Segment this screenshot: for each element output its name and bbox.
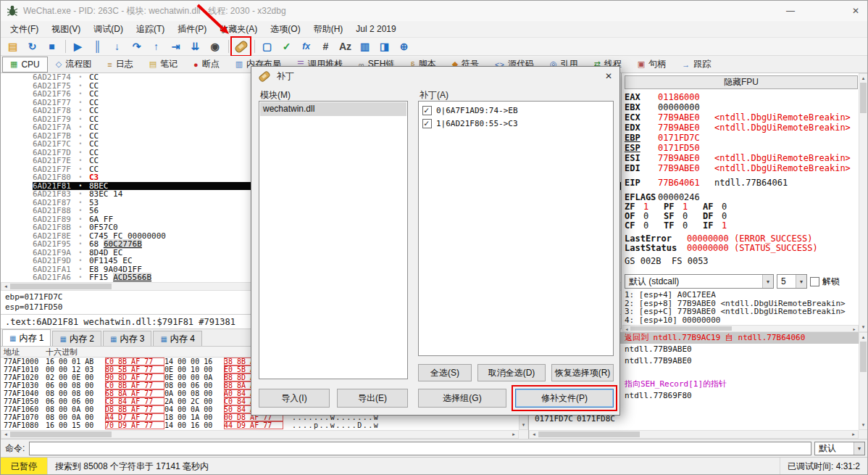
select-group-button[interactable]: 选择组(G)	[418, 389, 506, 408]
stack-vscrollbar[interactable]	[859, 332, 868, 430]
breakpoint-gutter[interactable]	[1, 199, 33, 207]
record-trace-icon[interactable]: ◉	[206, 38, 224, 55]
register-row[interactable]: EDX77B9ABE0<ntdll.DbgUiRemoteBreakin>	[625, 123, 858, 133]
unlock-checkbox[interactable]	[810, 277, 819, 286]
breakpoint-gutter[interactable]	[1, 173, 33, 182]
registers-vscrollbar[interactable]	[859, 73, 868, 332]
scroll-up-icon[interactable]	[859, 333, 867, 342]
breakpoint-gutter[interactable]	[1, 240, 33, 249]
tab-trace[interactable]: →跟踪	[674, 57, 719, 73]
breakpoint-gutter[interactable]	[1, 140, 33, 149]
scroll-thumb[interactable]	[630, 326, 732, 331]
step-out-icon[interactable]: ↑	[147, 38, 165, 55]
close-button[interactable]: ✕	[844, 1, 867, 21]
register-row[interactable]: EIP77B64061ntdll.77B64061	[625, 178, 858, 188]
memory-window-icon[interactable]: ▥	[356, 38, 374, 55]
command-input[interactable]	[29, 442, 811, 455]
tab-handles[interactable]: ▣句柄	[630, 57, 674, 73]
globe-icon[interactable]: ⊕	[395, 38, 413, 55]
patch-icon[interactable]	[232, 38, 250, 55]
export-button[interactable]: 导出(E)	[337, 389, 408, 408]
patch-checkbox[interactable]	[422, 106, 432, 115]
scroll-track[interactable]	[640, 431, 849, 438]
register-row[interactable]: EFLAGS00000246	[625, 192, 858, 202]
dump-row[interactable]: 77AF108016 00 15 0070 D9 AF 7714 00 16 0…	[1, 421, 519, 429]
breakpoint-gutter[interactable]	[1, 132, 33, 141]
tab-breakpoints[interactable]: ●断点	[185, 57, 228, 73]
modules-list[interactable]: wechatwin.dll	[259, 101, 408, 379]
scroll-down-icon[interactable]	[859, 421, 867, 429]
scroll-down-icon[interactable]	[859, 323, 867, 331]
scroll-left-icon[interactable]	[623, 326, 630, 331]
run-icon[interactable]: ▶	[69, 38, 87, 55]
registers-pane[interactable]: EAX01186000EBX00000000ECX77B9ABE0<ntdll.…	[625, 92, 858, 272]
scroll-thumb[interactable]	[860, 342, 867, 372]
breakpoint-gutter[interactable]	[1, 115, 33, 124]
scroll-right-icon[interactable]	[849, 431, 858, 438]
register-row[interactable]: EAX01186000	[625, 92, 858, 102]
scroll-thumb[interactable]	[538, 431, 640, 437]
patch-dialog-titlebar[interactable]: 补丁 ✕	[251, 67, 619, 86]
breakpoint-gutter[interactable]	[1, 99, 33, 107]
check-icon[interactable]: ✓	[277, 38, 296, 55]
breakpoint-gutter[interactable]	[1, 249, 33, 257]
flags-row[interactable]: OF0SF0DF0	[625, 212, 858, 221]
breakpoint-gutter[interactable]	[1, 215, 33, 224]
minimize-button[interactable]: —	[779, 1, 802, 21]
scroll-thumb[interactable]	[10, 431, 112, 437]
scroll-track[interactable]	[112, 431, 509, 438]
register-row[interactable]: ECX77B9ABE0<ntdll.DbgUiRemoteBreakin>	[625, 112, 858, 123]
hash-icon[interactable]: #	[317, 38, 335, 55]
patch-item[interactable]: 0|6A7F1AD9:74->EB	[421, 104, 611, 117]
menu-item[interactable]: 追踪(T)	[130, 22, 171, 37]
deselect-all-button[interactable]: 取消全选(D)	[477, 364, 546, 381]
scroll-track[interactable]	[732, 326, 851, 331]
breakpoint-gutter[interactable]	[1, 273, 33, 282]
scroll-up-icon[interactable]	[859, 74, 867, 83]
dialog-close-icon[interactable]: ✕	[598, 67, 619, 86]
tab-cpu[interactable]: ▦CPU	[2, 57, 48, 73]
restart-icon[interactable]: ↻	[23, 38, 41, 55]
memory-tab-1[interactable]: ▦内存 1	[2, 329, 51, 346]
register-row[interactable]: LastStatus00000000 (STATUS_SUCCESS)	[625, 244, 858, 253]
chevron-down-icon[interactable]	[854, 442, 864, 455]
calling-convention-select[interactable]: 默认 (stdcall)	[625, 274, 774, 289]
patch-item[interactable]: 1|6AD21F80:55->C3	[421, 117, 611, 130]
memory-tab-4[interactable]: ▦内存 4	[153, 331, 201, 346]
memory-tab-2[interactable]: ▦内存 2	[52, 331, 101, 346]
argument-row[interactable]: 1: [esp+4] A0C17EEA	[625, 291, 858, 300]
breakpoint-gutter[interactable]	[1, 107, 33, 115]
arguments-hscrollbar[interactable]	[622, 325, 859, 332]
breakpoint-gutter[interactable]	[1, 257, 33, 265]
command-profile-select[interactable]: 默认	[814, 442, 865, 455]
menu-item[interactable]: 文件(F)	[4, 22, 45, 37]
scroll-left-icon[interactable]	[530, 431, 538, 438]
window-icon[interactable]: ◨	[375, 38, 393, 55]
restore-selected-button[interactable]: 恢复选择项(R)	[551, 364, 614, 381]
flags-row[interactable]: ZF1PF1AF0	[625, 202, 858, 212]
breakpoint-gutter[interactable]	[1, 123, 33, 132]
step-into-icon[interactable]: ↓	[108, 38, 126, 55]
breakpoint-gutter[interactable]	[1, 190, 33, 199]
menu-item[interactable]: 选项(O)	[264, 22, 306, 37]
chevron-down-icon[interactable]	[796, 275, 806, 288]
memory-tab-3[interactable]: ▦内存 3	[103, 331, 151, 346]
register-row[interactable]: ESP0171FD50	[625, 143, 858, 153]
register-row[interactable]: EBP0171FD7C	[625, 133, 858, 143]
scroll-thumb[interactable]	[10, 284, 112, 289]
menu-item[interactable]: 帮助(H)	[307, 22, 350, 37]
flags-row[interactable]: CF0TF0IF1	[625, 221, 858, 231]
argument-row[interactable]: 4: [esp+10] 00000000	[625, 316, 858, 325]
patches-list[interactable]: 0|6A7F1AD9:74->EB1|6AD21F80:55->C3	[418, 101, 614, 356]
tab-graph[interactable]: ◇流程图	[48, 57, 99, 73]
register-row[interactable]: ESI77B9ABE0<ntdll.DbgUiRemoteBreakin>	[625, 153, 858, 163]
menu-item[interactable]: 收藏夹(A)	[213, 22, 264, 37]
pause-icon[interactable]: ║	[88, 38, 107, 55]
breakpoint-gutter[interactable]	[1, 157, 33, 165]
chevron-down-icon[interactable]	[762, 275, 773, 288]
scroll-track[interactable]	[859, 372, 867, 421]
register-row[interactable]: EDI77B9ABE0<ntdll.DbgUiRemoteBreakin>	[625, 163, 858, 173]
scroll-down-icon[interactable]	[519, 421, 527, 429]
breakpoint-gutter[interactable]	[1, 207, 33, 215]
open-file-icon[interactable]: ▤	[4, 38, 22, 55]
